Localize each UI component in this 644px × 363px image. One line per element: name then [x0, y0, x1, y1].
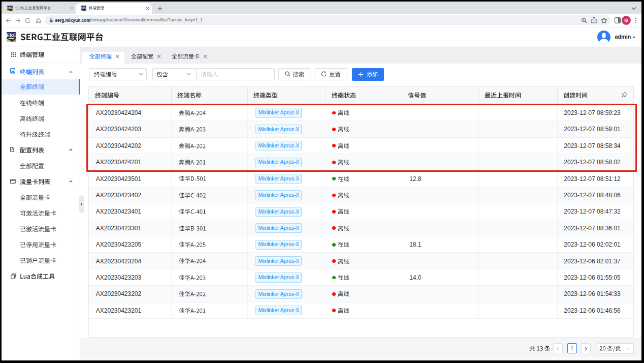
- svg-text:ERG: ERG: [7, 33, 16, 38]
- svg-text:ERG: ERG: [7, 6, 13, 9]
- svg-text:ERG: ERG: [81, 6, 86, 9]
